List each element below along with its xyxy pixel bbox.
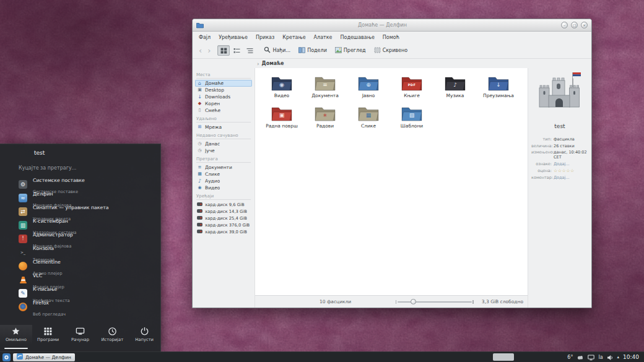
network-icon[interactable]: [588, 351, 594, 362]
launcher-app-item[interactable]: ⇄Синаптик — управник пакетаУправник паке…: [0, 205, 160, 218]
menu-item[interactable]: Фајл: [199, 35, 211, 40]
find-button[interactable]: Нађи...: [262, 45, 292, 56]
clementine-icon: [19, 262, 27, 270]
preview-button[interactable]: Преглед: [333, 46, 368, 56]
sidebar-item[interactable]: ▦Слике: [195, 171, 252, 178]
folder-item[interactable]: ▧Шаблони: [390, 104, 433, 129]
folder-item[interactable]: ▣Радна површ: [260, 104, 303, 129]
menu-item[interactable]: Приказ: [256, 35, 274, 40]
folder-item[interactable]: ◉Видео: [260, 74, 303, 98]
folder-item[interactable]: ∗Радови: [303, 104, 347, 129]
taskbar-task-dolphin[interactable]: Домаће — Делфин: [13, 353, 75, 361]
launcher-app-item[interactable]: >_КонзолаТерминал: [0, 246, 160, 259]
taskbar: Домаће — Делфин 6° la ▴ 10:40: [0, 351, 644, 362]
sidebar-item-label: Јуче: [205, 148, 215, 153]
info-add-link[interactable]: Додај...: [554, 162, 570, 166]
sidebar-item[interactable]: хард-диск 9,6 GiB: [195, 201, 252, 208]
sidebar-item[interactable]: ◷Данас: [195, 140, 252, 147]
location-bar[interactable]: › Домаће: [193, 59, 591, 68]
keyboard-layout-indicator[interactable]: la: [598, 355, 603, 360]
sidebar-item[interactable]: ≡Документи: [195, 164, 252, 171]
compact-view-button[interactable]: [230, 45, 243, 56]
zoom-slider[interactable]: [395, 298, 474, 306]
forward-button[interactable]: ›: [207, 46, 211, 54]
launcher-tab-computer[interactable]: Рачунар: [64, 325, 97, 345]
desktop-icon: ▣: [197, 88, 202, 92]
sidebar-item[interactable]: ↓Downloads: [195, 93, 252, 100]
places-section: Претрага≡Документи▦Слике♪Аудио◉Видео: [195, 157, 252, 191]
menu-item[interactable]: Кретање: [282, 35, 305, 40]
panel-widget[interactable]: [493, 353, 514, 361]
split-button[interactable]: Подели: [297, 46, 329, 56]
minimize-button[interactable]: –: [561, 22, 568, 28]
search-input[interactable]: [19, 165, 146, 171]
folder-item[interactable]: ↓Преузимања: [477, 74, 520, 98]
back-button[interactable]: ‹: [198, 46, 202, 54]
launcher-app-item[interactable]: ⚙Системске поставкеСистемске поставке: [0, 178, 160, 191]
app-title: VLC: [33, 273, 42, 278]
launcher-app-item[interactable]: VLCМедија плејер: [0, 273, 160, 287]
folder-preview-castle-icon: [537, 71, 583, 110]
sidebar-item[interactable]: ⌂Домаће: [195, 80, 252, 87]
weather-icon[interactable]: [577, 351, 584, 362]
folder-item[interactable]: ≡Документа: [303, 74, 347, 98]
launcher-app-item[interactable]: FirefoxВеб прегледач: [0, 300, 160, 314]
folder-item[interactable]: ⊕Јавно: [347, 74, 390, 98]
launcher-tab-favorites[interactable]: Омиљено: [0, 325, 32, 345]
folder-item[interactable]: PDFКњиге: [390, 74, 433, 98]
sidebar-item[interactable]: ▣Desktop: [195, 87, 252, 93]
sidebar-item[interactable]: ◉Видео: [195, 184, 252, 191]
sidebar-item[interactable]: ⊞Мрежа: [195, 124, 252, 131]
close-button[interactable]: ×: [581, 22, 588, 28]
search-icon: [264, 46, 271, 54]
sidebar-item[interactable]: ◆Корен: [195, 100, 252, 107]
info-add-link[interactable]: Додај...: [554, 175, 570, 180]
icons-view-button[interactable]: [217, 45, 230, 56]
info-row-label: тип:: [531, 137, 554, 142]
sidebar-item[interactable]: хард-диск 376,0 GiB: [195, 222, 252, 228]
app-title: К-писање: [33, 287, 57, 292]
launcher-app-item[interactable]: ClementineАудио плејер: [0, 259, 160, 273]
sidebar-item[interactable]: хард-диск 25,4 GiB: [195, 215, 252, 222]
info-row-label: ознаке:: [531, 162, 554, 166]
menu-item[interactable]: Уређивање: [219, 35, 248, 40]
zoom-slider-handle[interactable]: [411, 299, 416, 304]
launcher-tab-history[interactable]: Историјат: [96, 325, 128, 345]
leave-icon: [140, 327, 149, 336]
launcher-tab-applications[interactable]: Програми: [32, 325, 64, 345]
folder-view[interactable]: ◉Видео≡Документа⊕ЈавноPDFКњиге♪Музика↓Пр…: [255, 68, 528, 295]
breadcrumb[interactable]: Домаће: [262, 61, 284, 66]
sidebar-item[interactable]: ♪Аудио: [195, 178, 252, 184]
folder-item[interactable]: ♪Музика: [433, 74, 477, 98]
info-row-value: 26 ставки: [554, 144, 588, 149]
launcher-search[interactable]: [19, 160, 160, 172]
harddisk-icon: [197, 222, 202, 228]
info-row: тип:фасцикла: [531, 137, 588, 142]
titlebar[interactable]: Домаће — Делфин – □ ×: [193, 19, 591, 32]
weather-temperature[interactable]: 6°: [567, 355, 573, 360]
sidebar-item[interactable]: ▯Смеће: [195, 107, 252, 114]
sidebar-item[interactable]: хард-диск 14,3 GiB: [195, 208, 252, 215]
statusbar: 10 фасцикли 3,3 GiB слободно: [255, 295, 528, 308]
hidden-files-button[interactable]: Скривено: [372, 46, 409, 56]
volume-icon[interactable]: [607, 351, 614, 362]
launcher-tab-leave[interactable]: Напусти: [128, 325, 160, 345]
menu-item[interactable]: Помоћ: [383, 35, 399, 40]
launcher-app-item[interactable]: ✎К-писањеУређивач текста: [0, 287, 160, 300]
sidebar-item[interactable]: ◷Јуче: [195, 147, 252, 154]
menu-item[interactable]: Подешавање: [340, 35, 374, 40]
tray-expand-icon[interactable]: ▴: [617, 355, 620, 360]
details-view-button[interactable]: [243, 45, 256, 56]
menu-item[interactable]: Алатке: [314, 35, 333, 40]
rating-stars[interactable]: ☆☆☆☆☆: [554, 168, 575, 173]
app-launcher-button[interactable]: [2, 353, 11, 361]
clock[interactable]: 10:40: [622, 354, 642, 360]
places-section: Удаљено⊞Мрежа: [195, 116, 252, 131]
launcher-app-item[interactable]: !АдминистраторМенаџер фајлова: [0, 232, 160, 246]
folder-item[interactable]: ▦Слике: [347, 104, 390, 129]
sidebar-item[interactable]: хард-диск 39,0 GiB: [195, 228, 252, 235]
folder-documents-icon: ≡: [314, 74, 336, 92]
trash-icon: ▯: [197, 108, 202, 113]
maximize-button[interactable]: □: [571, 22, 578, 28]
dolphin-icon: ≈: [19, 194, 27, 202]
